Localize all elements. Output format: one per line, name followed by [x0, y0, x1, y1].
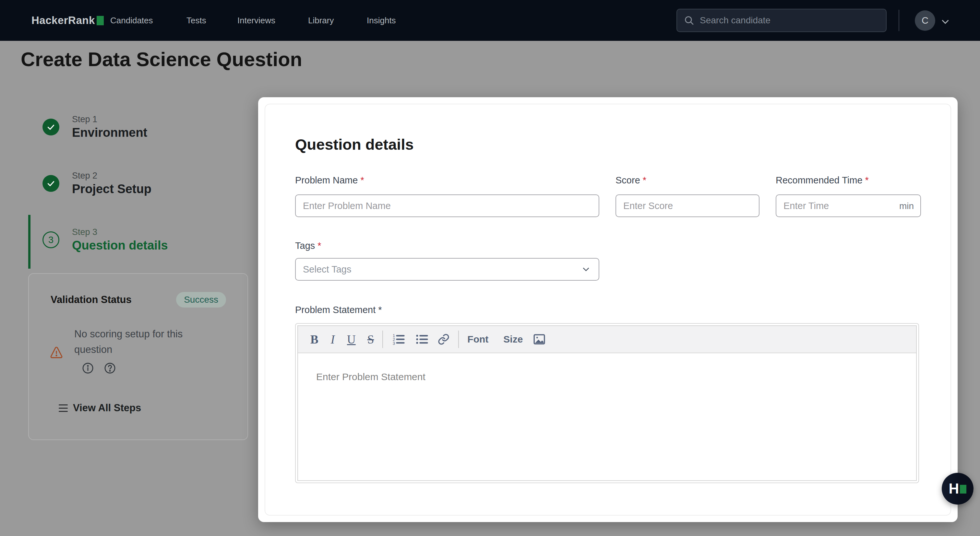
step-2-complete-circle[interactable] [43, 175, 59, 192]
nav-divider [899, 10, 899, 31]
problem-statement-editor: B I U S 1 2 3 [295, 323, 919, 483]
view-all-steps-button[interactable]: View All Steps [59, 402, 141, 414]
view-all-steps-label: View All Steps [73, 402, 141, 414]
hackerrank-fab-button[interactable]: H [942, 473, 974, 504]
validation-status-title: Validation Status [51, 294, 132, 306]
status-badge: Success [176, 292, 226, 308]
tags-label: Tags* [295, 241, 321, 251]
search-box[interactable] [676, 9, 887, 32]
nav-item-library[interactable]: Library [308, 0, 334, 41]
unordered-list-icon[interactable] [415, 332, 429, 346]
step-1-title[interactable]: Environment [72, 126, 147, 140]
nav-item-tests[interactable]: Tests [186, 0, 206, 41]
menu-icon [59, 404, 68, 412]
size-menu-button[interactable]: Size [503, 334, 523, 345]
recommended-time-label: Recommended Time* [776, 175, 869, 186]
step-3-number-circle[interactable]: 3 [43, 232, 59, 248]
search-input[interactable] [700, 15, 880, 25]
rich-text-editor: B I U S 1 2 3 [298, 325, 917, 481]
link-icon[interactable] [438, 333, 450, 346]
fab-logo-letter: H [949, 480, 959, 497]
screen: HackerRank Candidates Tests Interviews L… [0, 0, 980, 536]
required-asterisk: * [318, 241, 321, 251]
step-2-title[interactable]: Project Setup [72, 182, 151, 196]
active-step-indicator-bar [28, 215, 30, 269]
score-label: Score* [616, 175, 646, 186]
nav-item-interviews[interactable]: Interviews [237, 0, 275, 41]
step-3-title[interactable]: Question details [72, 238, 168, 252]
ordered-list-icon[interactable]: 1 2 3 [391, 332, 406, 346]
required-asterisk: * [360, 175, 364, 186]
navbar: HackerRank Candidates Tests Interviews L… [0, 0, 980, 41]
info-icon[interactable] [82, 362, 94, 374]
required-asterisk: * [865, 175, 869, 186]
logo-green-block [97, 16, 104, 25]
help-icon[interactable] [104, 362, 116, 374]
tags-select-placeholder: Select Tags [303, 264, 581, 275]
required-asterisk: * [643, 175, 646, 186]
hackerrank-logo[interactable]: HackerRank [32, 0, 104, 41]
toolbar-divider [382, 331, 383, 348]
editor-toolbar: B I U S 1 2 3 [298, 326, 916, 353]
step-3-label: Step 3 [72, 227, 97, 237]
chevron-down-icon[interactable] [939, 16, 951, 28]
form-heading: Question details [295, 135, 414, 153]
bold-icon[interactable]: B [310, 333, 318, 346]
editor-content-area[interactable]: Enter Problem Statement [298, 353, 916, 480]
warning-icon [49, 346, 63, 359]
question-details-modal: Question details Problem Name* Score* Re… [258, 97, 958, 522]
step-2-label: Step 2 [72, 171, 97, 181]
avatar[interactable]: C [915, 10, 935, 31]
validation-status-card: Validation Status Success No scoring set… [28, 273, 248, 440]
tags-select[interactable]: Select Tags [295, 258, 599, 281]
editor-placeholder: Enter Problem Statement [316, 371, 425, 382]
problem-name-input[interactable] [295, 194, 599, 217]
nav-item-candidates[interactable]: Candidates [110, 0, 153, 41]
score-input[interactable] [616, 194, 759, 217]
nav-item-insights[interactable]: Insights [367, 0, 396, 41]
image-icon[interactable] [533, 333, 546, 346]
svg-text:3: 3 [393, 341, 395, 346]
page-title: Create Data Science Question [21, 48, 302, 71]
step-1-label: Step 1 [72, 114, 97, 124]
italic-icon[interactable]: I [331, 333, 335, 346]
problem-statement-label: Problem Statement * [295, 304, 382, 315]
check-icon [46, 122, 56, 132]
underline-icon[interactable]: U [347, 333, 356, 346]
dropdown-chevron-icon [581, 264, 592, 275]
search-icon [684, 15, 695, 26]
problem-name-label: Problem Name* [295, 175, 364, 186]
step-1-complete-circle[interactable] [43, 119, 59, 135]
logo-text: HackerRank [32, 14, 95, 27]
strikethrough-icon[interactable]: S [368, 333, 374, 346]
fab-logo-green-block [960, 485, 966, 493]
step-3-number: 3 [48, 235, 54, 245]
time-unit-suffix: min [899, 201, 914, 211]
validation-message: No scoring setup for this question [74, 326, 210, 357]
toolbar-divider [458, 331, 459, 348]
check-icon [46, 179, 56, 188]
font-menu-button[interactable]: Font [467, 334, 488, 345]
